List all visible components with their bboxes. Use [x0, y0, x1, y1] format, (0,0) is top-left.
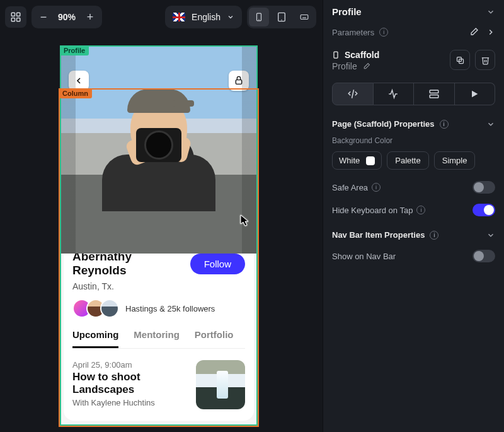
event-thumbnail — [196, 360, 245, 409]
properties-panel: Profile Parameters i Scaffold Profi — [323, 0, 504, 432]
uk-flag-icon — [173, 13, 185, 21]
svg-rect-14 — [236, 80, 241, 85]
tab-mentoring[interactable]: Mentoring — [134, 329, 180, 348]
event-date: April 25, 9:00am — [72, 360, 187, 370]
svg-rect-8 — [301, 15, 308, 20]
avatar — [100, 299, 119, 318]
chevron-down-icon[interactable] — [486, 120, 495, 129]
zoom-in-button[interactable]: + — [81, 8, 100, 26]
segment-animate[interactable] — [455, 83, 496, 105]
zoom-control: − 90% + — [32, 6, 102, 28]
bg-color-label: Background Color — [323, 134, 504, 148]
follower-avatars — [72, 299, 119, 318]
show-on-nav-label: Show on Nav Bar — [332, 252, 396, 261]
event-title: How to shoot Landscapes — [72, 371, 187, 396]
device-preview-group — [247, 6, 316, 28]
svg-marker-20 — [472, 91, 478, 98]
show-on-nav-toggle[interactable] — [472, 250, 495, 262]
event-host: With Kaylene Huchtins — [72, 398, 187, 407]
profile-tabs: Upcoming Mentoring Portfolio — [72, 329, 245, 349]
language-selector[interactable]: English — [165, 6, 242, 28]
info-icon[interactable]: i — [372, 183, 381, 192]
edit-icon[interactable] — [362, 62, 370, 71]
page-properties-header: Page (Scaffold) Properties — [332, 119, 435, 129]
edit-param-button[interactable] — [469, 27, 479, 37]
info-icon[interactable]: i — [416, 206, 425, 214]
palette-button[interactable]: Palette — [387, 151, 428, 170]
bg-color-value[interactable]: White — [332, 151, 382, 170]
event-item[interactable]: April 25, 9:00am How to shoot Landscapes… — [72, 360, 245, 409]
phone-preview: Abernathy Reynolds Follow Austin, Tx. Ha… — [60, 45, 258, 426]
hero-image — [60, 45, 258, 254]
svg-rect-3 — [17, 18, 20, 21]
back-button[interactable] — [69, 71, 89, 91]
zoom-out-button[interactable]: − — [34, 8, 53, 26]
view-mode-segments — [323, 78, 504, 114]
device-phone-button[interactable] — [249, 8, 269, 26]
chevron-down-icon[interactable] — [486, 231, 495, 240]
profile-card: Abernathy Reynolds Follow Austin, Tx. Ha… — [64, 240, 254, 421]
person-illustration — [102, 96, 215, 223]
svg-rect-1 — [17, 13, 20, 16]
zoom-level: 90% — [55, 12, 78, 22]
widget-tree-button[interactable] — [5, 6, 26, 28]
chevron-right-icon[interactable] — [486, 28, 495, 37]
device-keyboard-button[interactable] — [294, 8, 314, 26]
simple-button[interactable]: Simple — [434, 151, 476, 170]
follow-button[interactable]: Follow — [190, 254, 245, 274]
svg-rect-0 — [11, 13, 14, 16]
scaffold-subtitle: Profile — [332, 61, 357, 71]
hide-keyboard-toggle[interactable] — [472, 204, 495, 216]
tab-upcoming[interactable]: Upcoming — [72, 329, 118, 348]
info-icon[interactable]: i — [379, 28, 388, 37]
segment-actions[interactable] — [374, 83, 415, 105]
language-label: English — [192, 12, 220, 22]
chevron-down-icon[interactable] — [486, 8, 495, 16]
svg-rect-19 — [430, 95, 438, 98]
safe-area-toggle[interactable] — [472, 181, 495, 194]
delete-button[interactable] — [475, 50, 495, 70]
scaffold-title: Scaffold — [345, 50, 379, 60]
hide-keyboard-label: Hide Keyboard on Tap — [332, 206, 413, 215]
top-toolbar: − 90% + English — [0, 0, 323, 34]
profile-name: Abernathy Reynolds — [72, 250, 184, 277]
camera-icon — [136, 128, 181, 162]
safe-area-label: Safe Area — [332, 183, 368, 192]
navbar-properties-header: Nav Bar Item Properties — [332, 230, 425, 240]
svg-rect-18 — [430, 90, 438, 93]
followers-text: Hastings & 25k followers — [125, 304, 215, 313]
bg-color-text: White — [339, 156, 360, 165]
chevron-down-icon — [227, 13, 234, 21]
phone-icon — [332, 50, 340, 60]
profile-location: Austin, Tx. — [72, 281, 245, 291]
panel-title: Profile — [332, 6, 362, 17]
svg-rect-2 — [11, 18, 14, 21]
share-button[interactable] — [229, 71, 249, 91]
parameters-label: Parameters — [332, 28, 374, 37]
device-tablet-button[interactable] — [272, 8, 292, 26]
canvas-selection[interactable]: Abernathy Reynolds Follow Austin, Tx. Ha… — [60, 45, 258, 426]
segment-layout[interactable] — [332, 83, 374, 105]
tab-portfolio[interactable]: Portfolio — [195, 329, 234, 348]
segment-backend[interactable] — [414, 83, 455, 105]
color-swatch — [366, 156, 375, 165]
info-icon[interactable]: i — [440, 120, 449, 129]
svg-rect-15 — [334, 52, 338, 58]
info-icon[interactable]: i — [430, 231, 438, 240]
copy-button[interactable] — [450, 50, 470, 70]
